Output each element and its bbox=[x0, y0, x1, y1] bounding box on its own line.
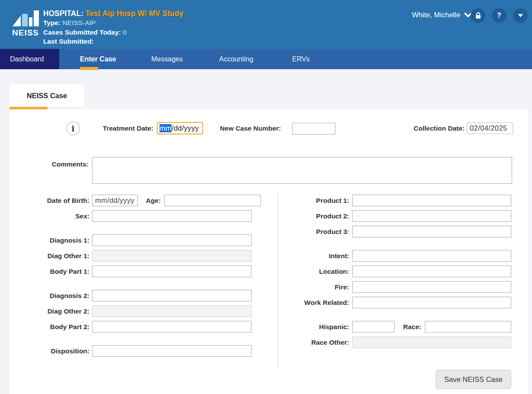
collection-date-label: Collection Date: bbox=[400, 122, 465, 134]
treatment-date-input[interactable]: mm/dd/yyyy bbox=[157, 122, 203, 135]
fire-label: Fire: bbox=[277, 281, 349, 293]
nav-item-ervs[interactable]: ERVs bbox=[292, 49, 310, 69]
hispanic-input[interactable] bbox=[352, 321, 395, 333]
type-label: Type: bbox=[43, 19, 61, 26]
comments-label: Comments: bbox=[37, 158, 89, 170]
new-case-number-input[interactable] bbox=[292, 123, 335, 135]
date-of-birth-label: Date of Birth: bbox=[18, 195, 89, 206]
hospital-info-block: HOSPITAL: Test Aip Hosp W/ MV Study Type… bbox=[43, 9, 183, 46]
main-nav: Dashboard Enter Case Messages Accounting… bbox=[0, 49, 532, 69]
diag-other1-label: Diag Other 1: bbox=[18, 250, 89, 262]
location-input[interactable] bbox=[352, 266, 511, 277]
user-menu[interactable]: White, Michelle bbox=[412, 11, 472, 19]
race-input[interactable] bbox=[425, 321, 511, 333]
info-button[interactable]: i bbox=[66, 122, 80, 135]
product3-input[interactable] bbox=[352, 226, 511, 237]
active-nav-indicator bbox=[80, 67, 98, 70]
treatment-date-label: Treatment Date: bbox=[89, 122, 153, 134]
save-neiss-case-button[interactable]: Save NEISS Case bbox=[436, 370, 511, 389]
treatment-date-selected-segment: mm bbox=[159, 124, 172, 132]
bar-chart-logo-icon bbox=[12, 9, 39, 27]
comments-textarea[interactable] bbox=[92, 157, 512, 184]
fire-input[interactable] bbox=[352, 281, 511, 293]
logo-text: NEISS bbox=[12, 29, 39, 37]
nav-item-dashboard[interactable]: Dashboard bbox=[10, 49, 44, 69]
body-part2-label: Body Part 2: bbox=[18, 321, 89, 333]
diagnosis1-input[interactable] bbox=[92, 234, 252, 246]
diagnosis2-input[interactable] bbox=[92, 290, 252, 301]
collection-date-input[interactable]: 02/04/2025 bbox=[467, 122, 513, 134]
cases-submitted-line: Cases Submitted Today: 0 bbox=[43, 28, 183, 37]
disposition-input[interactable] bbox=[92, 345, 252, 357]
diagnosis1-label: Diagnosis 1: bbox=[18, 234, 89, 246]
last-submitted-label: Last Submitted: bbox=[43, 38, 94, 45]
cases-submitted-label: Cases Submitted Today: bbox=[43, 29, 121, 36]
tab-neiss-case[interactable]: NEISS Case bbox=[10, 84, 84, 107]
diag-other2-label: Diag Other 2: bbox=[18, 305, 89, 317]
user-name: White, Michelle bbox=[412, 11, 460, 19]
work-related-input[interactable] bbox=[352, 297, 511, 308]
page: NEISS HOSPITAL: Test Aip Hosp W/ MV Stud… bbox=[0, 0, 532, 394]
treatment-date-rest: /dd/yyyy bbox=[172, 124, 199, 132]
product1-input[interactable] bbox=[352, 195, 511, 206]
info-icon: i bbox=[72, 124, 75, 133]
help-button[interactable]: ? bbox=[492, 8, 507, 23]
sex-input[interactable] bbox=[92, 210, 252, 222]
hispanic-label: Hispanic: bbox=[277, 321, 349, 333]
age-input[interactable] bbox=[164, 195, 261, 206]
lock-button[interactable] bbox=[471, 8, 485, 23]
type-line: Type: NEISS-AIP bbox=[43, 18, 183, 28]
app-header: NEISS HOSPITAL: Test Aip Hosp W/ MV Stud… bbox=[0, 0, 532, 49]
product2-label: Product 2: bbox=[277, 210, 349, 222]
intent-input[interactable] bbox=[352, 250, 511, 262]
location-label: Location: bbox=[277, 266, 349, 277]
race-other-input bbox=[352, 336, 511, 348]
hospital-line: HOSPITAL: Test Aip Hosp W/ MV Study bbox=[43, 9, 183, 18]
neiss-logo: NEISS bbox=[12, 9, 39, 37]
intent-label: Intent: bbox=[277, 250, 349, 262]
product2-input[interactable] bbox=[352, 210, 511, 222]
sex-label: Sex: bbox=[18, 210, 89, 222]
product3-label: Product 3: bbox=[277, 226, 349, 237]
dropdown-button[interactable] bbox=[513, 8, 528, 23]
body-part2-input[interactable] bbox=[92, 321, 252, 333]
date-of-birth-input[interactable] bbox=[92, 195, 138, 206]
question-mark-icon: ? bbox=[497, 12, 501, 19]
nav-item-messages[interactable]: Messages bbox=[151, 49, 183, 69]
type-value: NEISS-AIP bbox=[63, 19, 96, 26]
disposition-label: Disposition: bbox=[18, 345, 89, 357]
race-other-label: Race Other: bbox=[277, 336, 349, 348]
caret-down-icon bbox=[518, 14, 523, 17]
diag-other2-input bbox=[92, 305, 252, 317]
race-label: Race: bbox=[390, 321, 421, 333]
cases-submitted-value: 0 bbox=[123, 29, 127, 36]
neiss-case-form: i Treatment Date: mm/dd/yyyy New Case Nu… bbox=[10, 109, 528, 394]
hospital-label: HOSPITAL: bbox=[43, 9, 83, 18]
diag-other1-input bbox=[92, 250, 252, 262]
product1-label: Product 1: bbox=[277, 195, 349, 206]
nav-item-enter-case[interactable]: Enter Case bbox=[80, 49, 116, 69]
diagnosis2-label: Diagnosis 2: bbox=[18, 290, 89, 301]
lock-icon bbox=[475, 12, 482, 19]
age-label: Age: bbox=[139, 195, 161, 206]
nav-item-accounting[interactable]: Accounting bbox=[219, 49, 253, 69]
work-related-label: Work Related: bbox=[277, 297, 349, 308]
body-part1-label: Body Part 1: bbox=[18, 266, 89, 277]
new-case-number-label: New Case Number: bbox=[216, 122, 281, 134]
body-part1-input[interactable] bbox=[92, 266, 252, 277]
last-submitted-line: Last Submitted: bbox=[43, 37, 183, 46]
hospital-name: Test Aip Hosp W/ MV Study bbox=[86, 9, 184, 18]
